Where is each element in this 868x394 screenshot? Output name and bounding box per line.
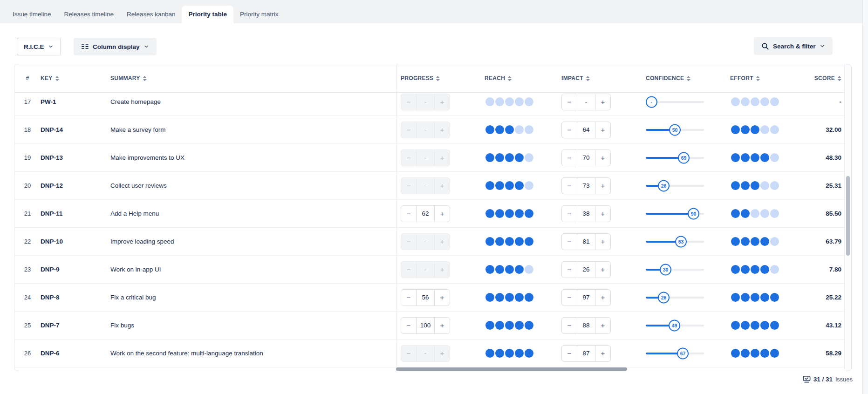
decrement-button[interactable]: −	[562, 234, 577, 250]
column-header-impact[interactable]: IMPACT	[561, 75, 646, 82]
tab-issue-timeline[interactable]: Issue timeline	[6, 6, 58, 23]
dot-1[interactable]	[485, 153, 494, 162]
increment-button[interactable]: +	[595, 318, 610, 333]
dot-5[interactable]	[525, 209, 533, 218]
decrement-button[interactable]: −	[562, 262, 577, 278]
dot-2[interactable]	[741, 209, 750, 218]
reach-dots[interactable]	[485, 293, 533, 302]
impact-stepper[interactable]: −70+	[561, 149, 611, 166]
reach-dots[interactable]	[485, 181, 533, 190]
decrement-button[interactable]: −	[562, 122, 577, 138]
tab-releases-timeline[interactable]: Releases timeline	[58, 6, 121, 23]
dot-1[interactable]	[485, 237, 494, 246]
dot-5[interactable]	[770, 153, 779, 162]
impact-stepper[interactable]: −26+	[561, 261, 611, 278]
increment-button[interactable]: +	[595, 178, 610, 194]
dot-3[interactable]	[751, 349, 759, 358]
dot-4[interactable]	[515, 153, 524, 162]
confidence-slider[interactable]: 30	[646, 264, 704, 276]
slider-thumb[interactable]: -	[646, 96, 657, 108]
dot-2[interactable]	[495, 209, 504, 218]
dot-2[interactable]	[741, 321, 750, 330]
effort-dots[interactable]	[731, 181, 779, 190]
impact-stepper[interactable]: −38+	[561, 205, 611, 222]
reach-dots[interactable]	[485, 125, 533, 134]
dot-1[interactable]	[731, 181, 740, 190]
dot-4[interactable]	[515, 209, 524, 218]
dot-3[interactable]	[751, 293, 759, 302]
dot-5[interactable]	[770, 125, 779, 134]
dot-5[interactable]	[525, 321, 533, 330]
dot-3[interactable]	[505, 181, 514, 190]
decrement-button[interactable]: −	[562, 346, 577, 361]
dot-5[interactable]	[770, 265, 779, 274]
dot-3[interactable]	[505, 265, 514, 274]
dot-4[interactable]	[515, 321, 524, 330]
slider-thumb[interactable]: 49	[669, 319, 680, 331]
tab-priority-matrix[interactable]: Priority matrix	[233, 6, 285, 23]
reach-dots[interactable]	[485, 97, 533, 106]
increment-button[interactable]: +	[595, 262, 610, 278]
dot-1[interactable]	[485, 321, 494, 330]
reach-dots[interactable]	[485, 349, 533, 358]
column-display-button[interactable]: Column display	[74, 38, 157, 55]
dot-5[interactable]	[525, 293, 533, 302]
slider-thumb[interactable]: 63	[675, 236, 687, 247]
increment-button[interactable]: +	[595, 150, 610, 166]
dot-5[interactable]	[770, 349, 779, 358]
column-header-key[interactable]: KEY	[41, 75, 110, 82]
progress-stepper[interactable]: −62+	[401, 205, 450, 222]
vertical-scrollbar-thumb[interactable]	[846, 176, 850, 256]
increment-button[interactable]: +	[595, 94, 610, 110]
dot-5[interactable]	[525, 181, 533, 190]
decrement-button[interactable]: −	[562, 206, 577, 222]
dot-2[interactable]	[741, 97, 750, 106]
dot-4[interactable]	[760, 153, 769, 162]
dot-3[interactable]	[505, 97, 514, 106]
decrement-button[interactable]: −	[401, 318, 416, 333]
column-header-score[interactable]: SCORE	[814, 75, 844, 82]
dot-2[interactable]	[741, 349, 750, 358]
dot-3[interactable]	[751, 181, 759, 190]
impact-stepper[interactable]: −64+	[561, 122, 611, 138]
progress-stepper[interactable]: −56+	[401, 289, 450, 306]
dot-3[interactable]	[505, 293, 514, 302]
dot-5[interactable]	[770, 97, 779, 106]
dot-5[interactable]	[525, 125, 533, 134]
increment-button[interactable]: +	[595, 290, 610, 306]
dot-2[interactable]	[741, 125, 750, 134]
dot-3[interactable]	[751, 237, 759, 246]
dot-1[interactable]	[731, 265, 740, 274]
confidence-slider[interactable]: 50	[646, 124, 704, 136]
confidence-slider[interactable]: -	[646, 96, 704, 108]
dot-2[interactable]	[495, 237, 504, 246]
dot-4[interactable]	[760, 97, 769, 106]
dot-5[interactable]	[770, 237, 779, 246]
tab-priority-table[interactable]: Priority table	[182, 6, 233, 23]
dot-5[interactable]	[770, 321, 779, 330]
dot-1[interactable]	[731, 97, 740, 106]
confidence-slider[interactable]: 26	[646, 180, 704, 192]
dot-1[interactable]	[731, 237, 740, 246]
dot-2[interactable]	[495, 265, 504, 274]
decrement-button[interactable]: −	[562, 318, 577, 333]
impact-stepper[interactable]: −73+	[561, 177, 611, 194]
reach-dots[interactable]	[485, 321, 533, 330]
dot-4[interactable]	[515, 237, 524, 246]
dot-4[interactable]	[515, 181, 524, 190]
dot-4[interactable]	[515, 293, 524, 302]
increment-button[interactable]: +	[435, 290, 450, 306]
slider-thumb[interactable]: 26	[658, 292, 670, 303]
dot-2[interactable]	[495, 97, 504, 106]
confidence-slider[interactable]: 26	[646, 292, 704, 304]
dot-4[interactable]	[760, 181, 769, 190]
impact-stepper[interactable]: −-+	[561, 94, 611, 110]
dot-1[interactable]	[485, 265, 494, 274]
dot-1[interactable]	[485, 209, 494, 218]
increment-button[interactable]: +	[595, 346, 610, 361]
slider-thumb[interactable]: 30	[660, 264, 671, 275]
effort-dots[interactable]	[731, 209, 779, 218]
dot-5[interactable]	[770, 293, 779, 302]
impact-stepper[interactable]: −87+	[561, 345, 611, 362]
dot-4[interactable]	[760, 349, 769, 358]
